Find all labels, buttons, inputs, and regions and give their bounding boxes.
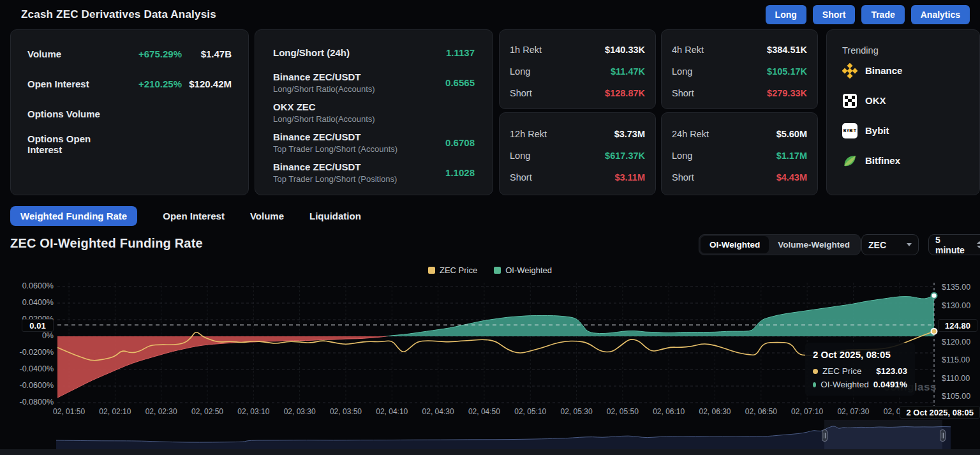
bottom-scrollbar[interactable]: [0, 449, 980, 455]
rekt-period: 4h Rekt: [672, 45, 767, 55]
chart-tabs: Weighted Funding Rate Open Interest Volu…: [10, 205, 361, 227]
tooltip-series-value: 0.0491%: [873, 380, 907, 389]
tab-open-interest[interactable]: Open Interest: [163, 211, 225, 221]
rekt-long-value: $617.37K: [605, 151, 645, 161]
crosshair-right-label: 124.80: [938, 319, 977, 332]
ratio-value: 0.6708: [445, 137, 475, 148]
chart-legend: ZEC Price OI-Weighted: [0, 265, 980, 275]
rekt-period: 1h Rekt: [510, 45, 605, 55]
stat-row-options-volume: Options Volume: [11, 99, 248, 129]
navigator-right-handle[interactable]: [940, 429, 946, 442]
interval-select[interactable]: 5 minute: [928, 234, 980, 255]
y-axis-label: $130.00: [942, 301, 970, 310]
y-axis-label: 0.0600%: [22, 281, 54, 290]
navigator-selection[interactable]: [824, 421, 942, 449]
crosshair-date-label: 2 Oct 2025, 08:05: [900, 406, 980, 419]
y-axis-label: -0.0800%: [19, 398, 54, 407]
symbol-select[interactable]: ZEC: [861, 234, 919, 255]
ratio-title: Long/Short (24h): [273, 47, 350, 58]
short-button[interactable]: Short: [813, 5, 856, 24]
toggle-volume-weighted[interactable]: Volume-Weighted: [769, 236, 859, 253]
y-axis-label: $110.00: [942, 374, 970, 383]
navigator-left-handle[interactable]: [822, 429, 828, 442]
stat-value: $120.42M: [182, 78, 232, 89]
rekt-short-label: Short: [672, 172, 776, 183]
chart-tooltip: 2 Oct 2025, 08:05 ZEC Price $123.03 OI-W…: [805, 343, 915, 396]
rekt-total: $140.33K: [605, 45, 645, 55]
trending-item-okx[interactable]: OKX: [842, 86, 964, 116]
rekt-short-label: Short: [510, 172, 614, 183]
tab-volume[interactable]: Volume: [250, 211, 284, 221]
legend-label: OI-Weighted: [505, 265, 552, 275]
analytics-button[interactable]: Analytics: [911, 5, 970, 24]
y-axis-label: -0.0200%: [19, 348, 54, 357]
stat-change: +210.25%: [112, 78, 182, 89]
y-axis-label: $105.00: [942, 392, 970, 401]
tab-weighted-funding-rate[interactable]: Weighted Funding Rate: [10, 206, 137, 226]
stat-row-open-interest: Open Interest +210.25% $120.42M: [11, 69, 248, 99]
rekt-short-label: Short: [510, 88, 605, 98]
stat-value: $1.47B: [182, 48, 232, 59]
header-buttons: Long Short Trade Analytics: [766, 5, 970, 24]
tooltip-row: ZEC Price $123.03: [813, 366, 907, 376]
rekt-period: 24h Rekt: [672, 129, 776, 139]
exchange-name: Bybit: [865, 125, 889, 136]
trending-card: Trending Binance OKX BYBIT Bybit Bitfine…: [826, 29, 980, 195]
ratio-title: OKX ZEC: [273, 101, 475, 112]
tooltip-series-name: ZEC Price: [822, 366, 872, 376]
legend-item-zec-price[interactable]: ZEC Price: [428, 265, 477, 275]
chart-title: ZEC OI-Weighted Funding Rate: [10, 236, 203, 251]
tooltip-series-value: $123.03: [876, 366, 907, 376]
rekt-total: $3.73M: [614, 129, 645, 139]
long-button[interactable]: Long: [766, 5, 806, 24]
stat-label: Options Open Interest: [27, 133, 112, 155]
ratio-value: 1.1137: [446, 47, 475, 58]
chart-navigator[interactable]: [56, 421, 951, 449]
long-short-ratio-card: Long/Short (24h) 1.1137 Binance ZEC/USDT…: [255, 29, 493, 195]
series-dot: [813, 369, 818, 374]
top-header: Zcash ZEC Derivatives Data Analysis Long…: [0, 0, 980, 29]
ratio-subtitle: Long/Short Ratio(Accounts): [273, 84, 445, 94]
exchange-name: OKX: [865, 95, 886, 106]
rekt-4h-card: 4h Rekt$384.51K Long$105.17K Short$279.3…: [661, 29, 818, 109]
legend-swatch: [428, 267, 435, 274]
y-axis-label: -0.0600%: [19, 381, 54, 390]
rekt-long-label: Long: [672, 66, 767, 77]
symbol-select-value: ZEC: [868, 240, 902, 250]
trending-item-binance[interactable]: Binance: [842, 56, 964, 86]
legend-item-oi-weighted[interactable]: OI-Weighted: [494, 265, 552, 275]
trending-item-bybit[interactable]: BYBIT Bybit: [842, 116, 964, 145]
y-axis-label: $115.00: [942, 355, 970, 364]
rekt-period: 12h Rekt: [510, 129, 614, 139]
y-axis-label: $120.00: [942, 338, 970, 347]
ratio-row: Long/Short (24h) 1.1137: [255, 38, 493, 68]
stat-row-options-open-interest: Options Open Interest: [11, 129, 248, 159]
ratio-subtitle: Long/Short Ratio(Accounts): [273, 114, 475, 124]
exchange-name: Binance: [865, 65, 902, 76]
trending-item-bitfinex[interactable]: Bitfinex: [842, 145, 964, 175]
rekt-24h-card: 24h Rekt$5.60M Long$1.17M Short$4.43M: [661, 112, 818, 195]
trade-button[interactable]: Trade: [861, 5, 904, 24]
rekt-long-label: Long: [510, 66, 611, 77]
series-dot: [813, 382, 816, 387]
ratio-title: Binance ZEC/USDT: [273, 131, 445, 142]
ratio-value: 0.6565: [445, 77, 475, 88]
legend-swatch: [494, 267, 501, 274]
funding-rate-chart[interactable]: [57, 283, 934, 420]
tooltip-date: 2 Oct 2025, 08:05: [813, 349, 907, 360]
rekt-12h-card: 12h Rekt$3.73M Long$617.37K Short$3.11M: [499, 112, 656, 195]
ratio-row: Binance ZEC/USDT Top Trader Long/Short (…: [255, 158, 493, 188]
legend-label: ZEC Price: [440, 265, 477, 275]
interval-select-value: 5 minute: [935, 235, 972, 255]
rekt-short-value: $3.11M: [614, 172, 645, 183]
tab-liquidation[interactable]: Liquidation: [309, 211, 361, 221]
rekt-long-label: Long: [672, 151, 776, 161]
stat-label: Open Interest: [27, 78, 112, 89]
rekt-short-value: $279.33K: [767, 88, 807, 98]
toggle-oi-weighted[interactable]: OI-Weighted: [701, 236, 769, 253]
y-axis-label: 0%: [42, 331, 54, 340]
trending-title: Trending: [827, 30, 979, 56]
page: { "header": { "title": "Zcash ZEC Deriva…: [0, 0, 980, 455]
ratio-subtitle: Top Trader Long/Short (Accounts): [273, 144, 445, 154]
ratio-row: Binance ZEC/USDT Long/Short Ratio(Accoun…: [255, 68, 493, 98]
